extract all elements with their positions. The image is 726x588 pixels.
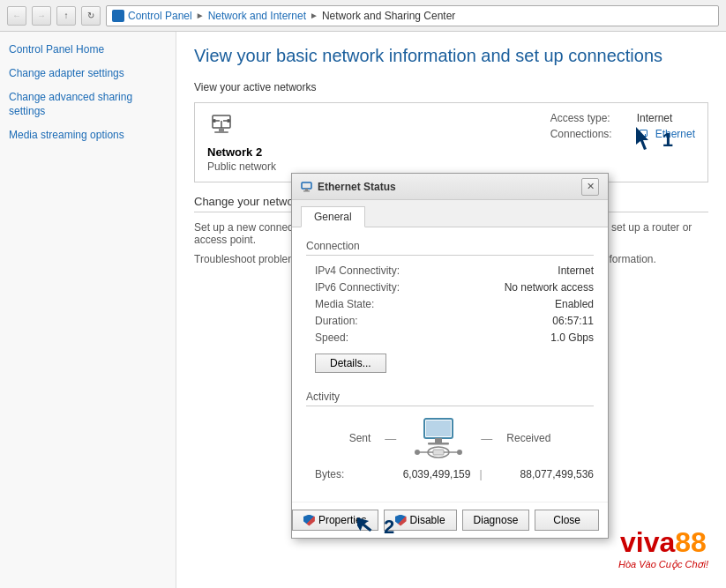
conn-row-ipv4: IPv4 Connectivity: Internet — [306, 264, 594, 277]
network-type: Public network — [207, 160, 276, 173]
viva-brand: viva88 — [618, 526, 708, 559]
svg-rect-11 — [303, 190, 310, 192]
sidebar: Control Panel Home Change adapter settin… — [0, 32, 176, 588]
svg-rect-1 — [219, 128, 224, 131]
dialog-title-icon — [301, 181, 312, 192]
svg-rect-9 — [302, 182, 311, 189]
network-info-left: Network 2 Public network — [207, 112, 276, 173]
active-networks-box: Network 2 Public network Access type: In… — [194, 102, 708, 182]
ethernet-icon — [637, 130, 648, 138]
active-networks-label: View your active networks — [194, 81, 708, 93]
sidebar-link-change-adapter[interactable]: Change adapter settings — [9, 66, 167, 81]
ipv4-label: IPv4 Connectivity: — [306, 264, 400, 277]
bytes-sent: 6,039,499,159 — [359, 468, 479, 480]
media-label: Media State: — [306, 298, 374, 310]
sent-arrow: — — [385, 432, 396, 445]
refresh-button[interactable]: ↻ — [81, 6, 101, 26]
conn-row-ipv6: IPv6 Connectivity: No network access — [306, 281, 594, 294]
network-graphic — [410, 417, 467, 459]
connections-row: Connections: Ethernet — [550, 128, 695, 140]
received-arrow: — — [481, 432, 492, 445]
viva-logo: viva88 Hòa Vào Cuộc Chơi! — [618, 526, 708, 570]
breadcrumb-network-internet[interactable]: Network and Internet — [208, 10, 306, 22]
back-button[interactable]: ← — [7, 6, 26, 26]
properties-label: Properties — [318, 514, 367, 526]
connections-label: Connections: — [550, 128, 630, 140]
ipv6-label: IPv6 Connectivity: — [306, 281, 400, 294]
received-label: Received — [506, 432, 550, 444]
properties-button[interactable]: Properties — [292, 510, 378, 531]
viva-tagline: Hòa Vào Cuộc Chơi! — [618, 559, 708, 570]
network-graphic-svg — [410, 417, 467, 459]
svg-rect-14 — [435, 438, 442, 443]
title-bar: ← → ↑ ↻ Control Panel ► Network and Inte… — [0, 0, 726, 32]
dialog-tabs: General — [292, 200, 608, 227]
control-panel-icon — [112, 10, 124, 22]
address-bar: Control Panel ► Network and Internet ► N… — [106, 5, 719, 26]
conn-row-duration: Duration: 06:57:11 — [306, 315, 594, 327]
svg-point-5 — [227, 119, 230, 123]
disable-label: Disable — [410, 514, 445, 526]
network-name: Network 2 — [207, 145, 276, 159]
duration-label: Duration: — [306, 315, 358, 327]
breadcrumb-arrow-2: ► — [310, 11, 318, 20]
footer-buttons-left: Properties Disable Diagnose — [292, 510, 529, 531]
dialog-titlebar: Ethernet Status ✕ — [292, 174, 608, 200]
svg-point-4 — [213, 119, 216, 123]
dialog-footer: Properties Disable Diagnose Close — [292, 502, 608, 538]
conn-row-media: Media State: Enabled — [306, 298, 594, 310]
connection-section: Connection IPv4 Connectivity: Internet I… — [306, 240, 594, 373]
ethernet-status-dialog: Ethernet Status ✕ General Connection IPv… — [291, 173, 609, 539]
main-layout: Control Panel Home Change adapter settin… — [0, 32, 726, 588]
details-button[interactable]: Details... — [315, 354, 386, 373]
duration-value: 06:57:11 — [552, 315, 594, 327]
activity-section: Activity Sent — — [306, 391, 594, 480]
bytes-label: Bytes: — [306, 468, 359, 480]
network-info-right: Access type: Internet Connections: Ether… — [550, 112, 695, 140]
breadcrumb-current: Network and Sharing Center — [322, 10, 455, 22]
properties-shield-icon — [303, 515, 315, 526]
breadcrumb-control-panel[interactable]: Control Panel — [128, 10, 192, 22]
bytes-row: Bytes: 6,039,499,159 | 88,077,499,536 — [306, 468, 594, 480]
bytes-received: 88,077,499,536 — [483, 468, 594, 480]
close-button[interactable]: Close — [535, 510, 599, 531]
svg-rect-17 — [433, 450, 444, 455]
sent-group: Sent — [349, 432, 371, 444]
breadcrumb-arrow-1: ► — [196, 11, 205, 20]
access-type-row: Access type: Internet — [550, 112, 695, 124]
sidebar-link-change-advanced[interactable]: Change advanced sharing settings — [9, 90, 167, 120]
dialog-title-text: Ethernet Status — [318, 181, 576, 193]
media-value: Enabled — [555, 298, 594, 310]
network-icon — [207, 112, 236, 140]
tab-general[interactable]: General — [301, 206, 365, 227]
forward-button[interactable]: → — [32, 6, 51, 26]
diagnose-label: Diagnose — [474, 514, 519, 526]
ipv4-value: Internet — [558, 264, 594, 277]
activity-visual: Sent — — [306, 417, 594, 459]
connection-section-title: Connection — [306, 240, 594, 256]
content-area: View your basic network information and … — [176, 32, 726, 588]
dialog-content: Connection IPv4 Connectivity: Internet I… — [292, 227, 608, 502]
svg-rect-2 — [214, 131, 228, 133]
svg-point-20 — [415, 450, 420, 455]
sent-label: Sent — [349, 432, 371, 444]
access-type-value: Internet — [637, 112, 673, 124]
activity-section-title: Activity — [306, 391, 594, 406]
disable-shield-icon — [395, 515, 407, 526]
sidebar-link-media-streaming[interactable]: Media streaming options — [9, 128, 167, 143]
ethernet-link[interactable]: Ethernet — [655, 128, 695, 140]
conn-row-speed: Speed: 1.0 Gbps — [306, 331, 594, 344]
received-group: Received — [506, 432, 550, 444]
disable-button[interactable]: Disable — [384, 510, 457, 531]
ipv6-value: No network access — [505, 281, 594, 294]
page-title: View your basic network information and … — [194, 44, 708, 67]
diagnose-button[interactable]: Diagnose — [462, 510, 530, 531]
svg-point-21 — [457, 450, 462, 455]
svg-rect-13 — [426, 421, 451, 436]
dialog-close-button[interactable]: ✕ — [581, 178, 599, 196]
up-button[interactable]: ↑ — [56, 6, 76, 26]
access-type-label: Access type: — [550, 112, 630, 124]
svg-rect-15 — [428, 443, 449, 445]
speed-value: 1.0 Gbps — [550, 331, 594, 344]
sidebar-link-home[interactable]: Control Panel Home — [9, 42, 167, 57]
